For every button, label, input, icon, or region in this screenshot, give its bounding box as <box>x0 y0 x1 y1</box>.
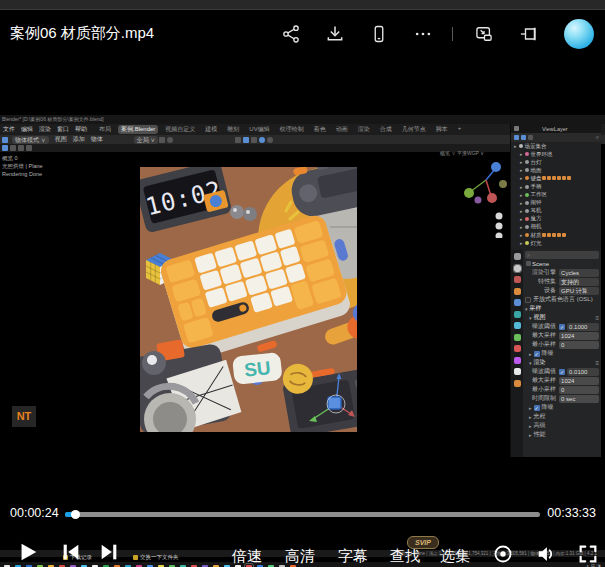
toolbar-menu-item: 物体 <box>91 135 103 144</box>
search-icon: ⌕ <box>596 134 599 141</box>
checkbox: ✓ <box>559 324 565 330</box>
editor-type-icon <box>2 137 8 143</box>
property-row: 最大采样1024 <box>523 331 601 340</box>
outliner-item-label: 魔方 <box>531 215 542 222</box>
video-frame[interactable]: Blender* [D:\案例06 材质部分\案例文件.blend] 文件编辑渲… <box>0 100 605 495</box>
share-icon[interactable] <box>281 24 301 44</box>
expand-arrow: ▸ <box>520 167 523 173</box>
progress-thumb[interactable] <box>71 510 80 519</box>
viewlayer-label: ViewLayer <box>542 126 568 132</box>
property-tab-icon <box>514 288 521 295</box>
property-row: ▸✓降噪 <box>523 349 601 358</box>
render-status-line: Rendering Done <box>2 170 43 178</box>
outliner-header: ViewLayer <box>511 124 601 133</box>
property-slider: 1024 <box>559 377 599 385</box>
workspace-tab: 渲染 <box>355 125 373 134</box>
property-row: ▸高级 <box>523 421 601 430</box>
desktop-shortcut-label: 交换一下文件夹 <box>140 554 179 561</box>
popout-window-icon[interactable] <box>518 24 538 44</box>
blender-menus: 文件编辑渲染窗口帮助 <box>0 125 90 134</box>
quality-button[interactable]: 高清 <box>285 547 315 566</box>
overlays-toggle-icon <box>243 137 249 143</box>
workspace-tab: 案例.Blender <box>118 125 158 134</box>
volume-icon[interactable] <box>535 543 557 565</box>
property-row: ▸光程 <box>523 412 601 421</box>
expand-arrow: ▸ <box>520 208 523 214</box>
subsection-label: 视图 <box>534 313 546 322</box>
linked-object-icon <box>562 176 566 180</box>
section-arrow: ▸ <box>529 405 532 411</box>
tool-icon <box>26 145 32 151</box>
subtitles-button[interactable]: 字幕 <box>338 547 368 566</box>
xray-toggle-icon <box>251 137 257 143</box>
outliner-filter-row: ⌕ <box>511 133 601 142</box>
checkbox: ✓ <box>534 351 540 357</box>
property-tab-icon <box>514 253 521 260</box>
record-icon[interactable] <box>492 543 514 565</box>
property-row: ▾渲染≡ <box>523 358 601 367</box>
property-label: 最大采样 <box>525 331 559 340</box>
workspace-tab: 雕刻 <box>224 125 242 134</box>
object-icon <box>525 241 529 245</box>
workspace-tab: 动画 <box>333 125 351 134</box>
current-time: 00:00:24 <box>10 506 59 520</box>
tool-icon <box>18 145 24 151</box>
fullscreen-icon[interactable] <box>577 543 599 565</box>
linked-object-icon <box>542 176 546 180</box>
property-slider: 0 <box>559 341 599 349</box>
property-label: 设备 <box>525 286 559 295</box>
property-row: 最大采样1024 <box>523 376 601 385</box>
property-row: ▾采样 <box>523 304 601 313</box>
outliner-item-label: 灯光 <box>531 240 542 247</box>
property-row: 最小采样0 <box>523 340 601 349</box>
su-sticker-text: SU <box>243 357 271 381</box>
property-value: 0.0100 <box>567 368 599 376</box>
download-icon[interactable] <box>325 24 345 44</box>
section-arrow: ▸ <box>529 351 532 357</box>
previous-button[interactable] <box>60 541 82 567</box>
workspace-tab: + <box>455 125 465 134</box>
search-in-video-button[interactable]: 查找 <box>390 547 420 566</box>
linked-object-icon <box>557 233 561 237</box>
toolbar-menus: 视图添加物体 <box>52 135 106 144</box>
more-options-icon[interactable] <box>413 24 433 44</box>
linked-object-icon <box>557 176 561 180</box>
play-button[interactable] <box>17 541 39 567</box>
expand-arrow: ▸ <box>520 175 523 181</box>
workspace-tab: 建模 <box>202 125 220 134</box>
outliner-row: ▸工作区 <box>511 191 601 199</box>
rendered-artwork: 10:02 <box>140 167 357 432</box>
filter-icon <box>514 135 519 140</box>
checkbox: ✓ <box>534 405 540 411</box>
outliner-item-label: 相机 <box>531 223 542 230</box>
mobile-phone-icon[interactable] <box>369 24 389 44</box>
video-player-window: 案例06 材质部分.mp4 Blender* <box>0 0 605 567</box>
blender-window-title: Blender* [D:\案例06 材质部分\案例文件.blend] <box>0 115 605 124</box>
outliner-row: ▸魔方 <box>511 215 601 223</box>
outliner-item-label: 工作区 <box>531 191 548 198</box>
workspace-tab: 纹理绘制 <box>277 125 307 134</box>
progress-bar[interactable] <box>65 512 540 517</box>
speed-button[interactable]: 倍速 <box>232 547 262 566</box>
episodes-button[interactable]: 选集 <box>440 547 470 566</box>
mode-selector: 物体模式 ∨ <box>12 136 49 144</box>
section-arrow: ▸ <box>529 432 532 438</box>
property-label: 噪波阈值 <box>525 367 559 376</box>
property-slider: 1024 <box>559 332 599 340</box>
property-label: 渲染引擎 <box>525 268 559 277</box>
user-avatar[interactable] <box>564 19 594 49</box>
viewport-corner-dropdowns: 概览 ∨ 平滑WGP ∨ <box>440 150 484 156</box>
property-tab-icon <box>514 345 521 352</box>
picture-in-picture-icon[interactable] <box>474 24 494 44</box>
pan-tool-icon <box>496 223 503 230</box>
outliner-item-label: 世界环境 <box>531 151 553 158</box>
next-button[interactable] <box>98 541 120 567</box>
property-label: 最小采样 <box>525 340 559 349</box>
property-label: 开放式着色语言 (OSL) <box>533 295 593 304</box>
section-label: 降噪 <box>542 349 554 358</box>
property-row: 噪波阈值✓0.1000 <box>523 322 601 331</box>
section-label: 降噪 <box>542 403 554 412</box>
viewport-nav-gizmo <box>458 158 508 238</box>
property-row: ▾视图≡ <box>523 313 601 322</box>
svip-badge[interactable]: SVIP <box>407 536 439 549</box>
